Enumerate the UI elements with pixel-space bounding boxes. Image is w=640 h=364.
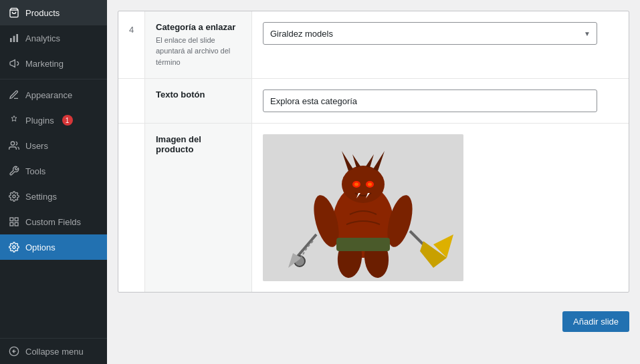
- svg-rect-5: [15, 218, 18, 221]
- svg-rect-7: [15, 222, 18, 226]
- sidebar-item-label: Settings: [25, 192, 57, 202]
- grid-icon: [8, 216, 20, 228]
- sidebar-item-label: Plugins: [25, 116, 54, 126]
- svg-rect-6: [10, 222, 13, 226]
- field-content-texto-boton: [252, 79, 629, 123]
- sidebar-item-label: Analytics: [25, 33, 60, 43]
- collapse-menu-label: Collapse menu: [25, 347, 84, 357]
- wrench-icon: [8, 165, 20, 177]
- shopping-bag-icon: [8, 7, 20, 19]
- collapse-icon: [8, 345, 20, 357]
- sidebar-divider: [0, 79, 107, 79]
- add-slide-button[interactable]: Añadir slide: [562, 311, 629, 332]
- field-label-texto-boton: Texto botón: [145, 79, 252, 123]
- row-number-empty2: [118, 124, 145, 292]
- sidebar-item-users[interactable]: Users: [0, 133, 107, 158]
- svg-point-8: [13, 246, 15, 248]
- svg-point-19: [354, 183, 358, 186]
- sidebar-item-label: Custom Fields: [25, 217, 81, 227]
- product-image-container[interactable]: [263, 134, 463, 281]
- plugin-icon: [8, 114, 20, 126]
- sidebar-item-products[interactable]: Products: [0, 0, 107, 25]
- chart-icon: [8, 32, 20, 44]
- gear-icon: [8, 241, 20, 253]
- field-title-texto-boton: Texto botón: [156, 89, 241, 100]
- sidebar-item-label: Tools: [25, 166, 45, 176]
- sidebar-item-plugins[interactable]: Plugins 1: [0, 108, 107, 133]
- sidebar-item-label: Users: [25, 141, 48, 151]
- plugins-badge: 1: [62, 115, 73, 126]
- settings-icon: [8, 190, 20, 202]
- sidebar-item-appearance[interactable]: Appearance: [0, 82, 107, 108]
- svg-rect-27: [336, 238, 390, 251]
- row-number: 4: [118, 11, 145, 78]
- texto-boton-input[interactable]: [263, 89, 597, 112]
- svg-rect-1: [13, 36, 15, 42]
- sidebar-item-label: Appearance: [25, 90, 72, 100]
- sidebar-item-custom-fields[interactable]: Custom Fields: [0, 209, 107, 234]
- sidebar-item-tools[interactable]: Tools: [0, 158, 107, 184]
- form-row-imagen: Imagen del producto: [118, 124, 629, 292]
- sidebar-item-analytics[interactable]: Analytics: [0, 25, 107, 51]
- svg-rect-4: [10, 218, 13, 221]
- svg-point-12: [342, 166, 385, 203]
- form-row-texto-boton: Texto botón: [118, 79, 629, 124]
- svg-rect-0: [10, 38, 12, 42]
- sidebar-item-label: Products: [25, 8, 60, 18]
- field-content-categoria: Giraldez models ▼: [252, 11, 629, 78]
- field-label-imagen: Imagen del producto: [145, 124, 252, 292]
- footer-bar: Añadir slide: [107, 303, 640, 340]
- field-hint-categoria: El enlace del slide apuntará al archivo …: [156, 36, 230, 66]
- users-icon: [8, 140, 20, 152]
- collapse-menu-item[interactable]: Collapse menu: [0, 338, 107, 364]
- field-label-categoria: Categoría a enlazar El enlace del slide …: [145, 11, 252, 78]
- select-wrapper: Giraldez models ▼: [263, 22, 597, 45]
- row-number-empty: [118, 79, 145, 123]
- categoria-select[interactable]: Giraldez models: [263, 22, 597, 45]
- sidebar-item-options[interactable]: Options: [0, 234, 107, 260]
- sidebar-item-label: Options: [25, 242, 56, 252]
- brush-icon: [8, 89, 20, 101]
- form-row-categoria: 4 Categoría a enlazar El enlace del slid…: [118, 11, 629, 79]
- sidebar-item-marketing[interactable]: Marketing: [0, 51, 107, 76]
- form-table: 4 Categoría a enlazar El enlace del slid…: [118, 11, 629, 293]
- svg-rect-2: [16, 34, 18, 42]
- megaphone-icon: [8, 57, 20, 69]
- svg-point-20: [368, 183, 372, 186]
- svg-point-3: [13, 195, 15, 198]
- field-title-categoria: Categoría a enlazar: [156, 22, 241, 32]
- main-content: 4 Categoría a enlazar El enlace del slid…: [107, 0, 640, 364]
- sidebar: Products Analytics Marketing Appearance …: [0, 0, 107, 364]
- sidebar-item-label: Marketing: [25, 59, 64, 69]
- sidebar-item-settings[interactable]: Settings: [0, 184, 107, 209]
- monster-illustration: [263, 134, 463, 281]
- field-content-imagen: [252, 124, 629, 292]
- field-title-imagen: Imagen del producto: [156, 134, 241, 154]
